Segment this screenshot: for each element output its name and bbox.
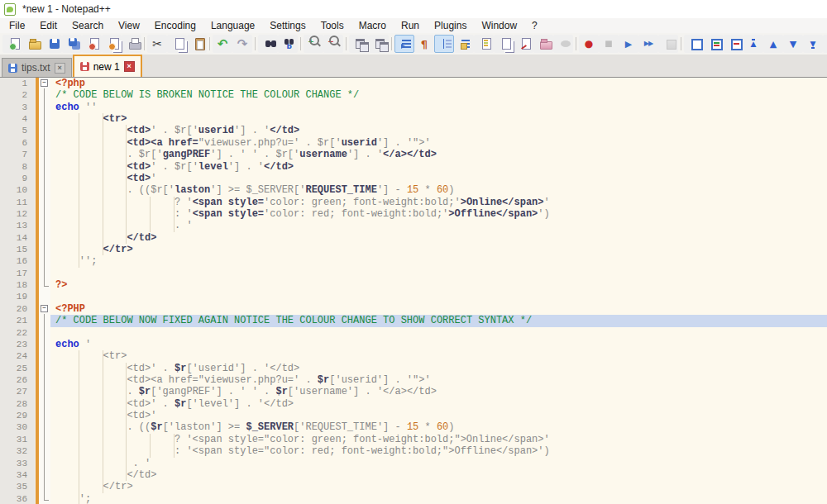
sync-horizontal-scroll-button[interactable] — [369, 35, 389, 53]
code-line[interactable]: 29<td>' — [0, 410, 827, 421]
code-line[interactable]: 9<td>' — [0, 173, 827, 184]
compare-prev-button[interactable]: ▲ — [763, 35, 783, 53]
compare-button[interactable] — [704, 35, 724, 53]
menu-help[interactable]: ? — [524, 19, 545, 32]
code-line[interactable]: 23echo ' — [0, 339, 827, 350]
zoom-in-button[interactable]: + — [304, 35, 323, 53]
menu-file[interactable]: File — [2, 19, 32, 32]
code-line[interactable]: 27. $r['gangPREF'] . ' ' . $r['username'… — [0, 386, 827, 397]
compare-clear-button[interactable] — [724, 35, 743, 53]
menu-run[interactable]: Run — [394, 19, 427, 32]
code-line[interactable]: 21/* CODE BELOW NOW FIXED AGAIN NOTICE T… — [0, 315, 827, 326]
code-line[interactable]: 7. $r['gangPREF'] . ' ' . $r['username']… — [0, 149, 827, 160]
menu-language[interactable]: Language — [203, 19, 262, 32]
monitoring-button[interactable] — [553, 35, 573, 53]
undo-button[interactable]: ↶ — [213, 35, 232, 53]
compare-last-button[interactable]: ▼ — [803, 35, 823, 53]
line-number: 19 — [0, 291, 35, 302]
code-line[interactable]: 5<td>' . $r['userid'] . '</td> — [0, 125, 827, 136]
code-line[interactable]: 15</tr> — [0, 244, 827, 255]
code-line[interactable]: 30. (($r['laston'] >= $_SERVER['REQUEST_… — [0, 421, 827, 433]
code-line[interactable]: 8<td>' . $r['level'] . '</td> — [0, 161, 827, 173]
code-line[interactable]: 28<td>' . $r['level'] . '</td> — [0, 398, 827, 410]
code-line[interactable]: 4<tr> — [0, 113, 827, 125]
find-button[interactable] — [258, 35, 278, 53]
document-map-button[interactable] — [474, 35, 494, 53]
code-line[interactable]: 35</tr> — [0, 481, 827, 492]
code-line[interactable]: 17 — [0, 268, 827, 279]
code-line[interactable]: 2/* CODE BELOW IS BROKEN NOTICE THE COLO… — [0, 89, 827, 101]
code-line[interactable]: 33. ' — [0, 458, 827, 469]
code-line[interactable]: 36'; — [0, 493, 827, 504]
code-line[interactable]: 1–<?php — [0, 78, 827, 89]
paste-button[interactable] — [187, 35, 207, 53]
function-list-button[interactable] — [454, 35, 474, 53]
code-line[interactable]: 31? '<span style="color: green; font-wei… — [0, 434, 827, 445]
tab-tips-txt[interactable]: tips.txt× — [2, 58, 72, 77]
code-line[interactable]: 6<td><a href="viewuser.php?u=' . $r['use… — [0, 137, 827, 149]
menu-macro[interactable]: Macro — [351, 19, 394, 32]
macro-save-button[interactable] — [658, 35, 678, 53]
close-all-button[interactable] — [102, 35, 122, 53]
document-list-button[interactable] — [494, 35, 514, 53]
code-line[interactable]: 14</td> — [0, 232, 827, 244]
code-line-text: <?php — [50, 78, 827, 89]
compare-set-first-button[interactable]: 1 — [684, 35, 704, 53]
compare-first-button[interactable]: ▲ — [743, 35, 763, 53]
macro-record-button[interactable]: ● — [579, 35, 599, 53]
new-file-button[interactable] — [2, 35, 22, 53]
code-line[interactable]: 25<td>' . $r['userid'] . '</td> — [0, 363, 827, 374]
cut-button[interactable]: ✂ — [147, 35, 167, 53]
fold-toggle[interactable]: – — [39, 78, 50, 89]
macro-play-button[interactable]: ▶ — [619, 35, 638, 53]
menu-encoding[interactable]: Encoding — [147, 19, 203, 32]
code-line[interactable]: 18?> — [0, 279, 827, 291]
show-all-characters-button[interactable]: ¶ — [414, 35, 434, 53]
code-editor[interactable]: 1–<?php2/* CODE BELOW IS BROKEN NOTICE T… — [0, 78, 827, 504]
tab-close-icon[interactable]: × — [55, 63, 65, 74]
show-indent-guide-button[interactable] — [434, 35, 454, 53]
fold-toggle[interactable]: – — [39, 303, 50, 315]
replace-button[interactable]: b — [278, 35, 298, 53]
code-line[interactable]: 19 — [0, 291, 827, 302]
compare-next-button[interactable]: ▼ — [783, 35, 803, 53]
code-line[interactable]: 32: '<span style="color: red; font-weigh… — [0, 445, 827, 457]
menu-edit[interactable]: Edit — [32, 19, 65, 32]
code-line[interactable]: 12: '<span style='color: red; font-weigh… — [0, 208, 827, 220]
tab-new-1[interactable]: new 1× — [73, 55, 142, 77]
word-wrap-button[interactable] — [394, 35, 414, 53]
folder-as-workspace-button[interactable] — [533, 35, 553, 53]
code-line[interactable]: 22 — [0, 327, 827, 339]
copy-button[interactable] — [167, 35, 187, 53]
save-file-button[interactable] — [42, 35, 62, 53]
redo-button[interactable]: ↷ — [232, 35, 252, 53]
code-line[interactable]: 26<td><a href="viewuser.php?u=' . $r['us… — [0, 374, 827, 386]
code-line[interactable]: 34</td> — [0, 469, 827, 481]
menu-settings[interactable]: Settings — [262, 19, 313, 32]
save-all-button[interactable] — [62, 35, 82, 53]
menu-plugins[interactable]: Plugins — [427, 19, 474, 32]
define-language-button[interactable] — [514, 35, 533, 53]
zoom-out-button[interactable]: − — [323, 35, 343, 53]
code-line[interactable]: 3echo '' — [0, 102, 827, 113]
fold-collapse-icon[interactable]: – — [41, 79, 48, 87]
tab-close-icon[interactable]: × — [124, 61, 135, 72]
compare-nav-bar-button[interactable] — [823, 35, 827, 53]
fold-collapse-icon[interactable]: – — [41, 305, 48, 312]
sync-vertical-scroll-button[interactable] — [349, 35, 369, 53]
code-line[interactable]: 16''; — [0, 255, 827, 267]
menu-tools[interactable]: Tools — [313, 19, 351, 32]
code-line[interactable]: 13. ' — [0, 220, 827, 231]
code-line[interactable]: 11? '<span style='color: green; font-wei… — [0, 197, 827, 208]
print-button[interactable] — [122, 35, 141, 53]
code-line[interactable]: 24<tr> — [0, 350, 827, 362]
menu-view[interactable]: View — [111, 19, 147, 32]
menu-window[interactable]: Window — [474, 19, 524, 32]
macro-stop-button[interactable]: ■ — [599, 35, 619, 53]
menu-search[interactable]: Search — [65, 19, 111, 32]
code-line[interactable]: 10. (($r['laston'] >= $_SERVER['REQUEST_… — [0, 184, 827, 196]
close-file-button[interactable] — [82, 35, 102, 53]
open-file-button[interactable] — [22, 35, 42, 53]
macro-run-multiple-button[interactable]: ▶▶ — [638, 35, 658, 53]
code-line[interactable]: 20–<?PHP — [0, 303, 827, 315]
